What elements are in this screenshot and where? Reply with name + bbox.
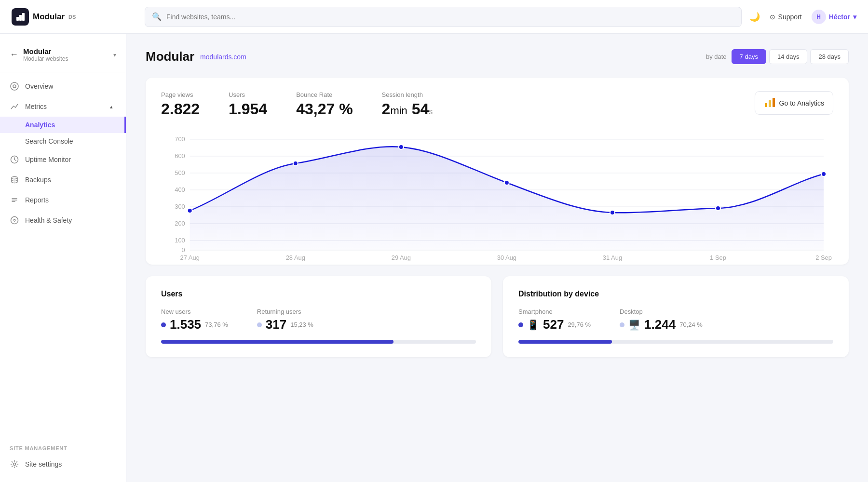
sidebar-item-label: Search Console bbox=[25, 137, 73, 145]
logo-icon bbox=[12, 8, 29, 26]
device-progress-fill bbox=[518, 340, 612, 344]
stat-users: Users 1.954 bbox=[229, 91, 267, 118]
search-input[interactable] bbox=[166, 13, 734, 21]
stat-label: Bounce Rate bbox=[296, 91, 353, 98]
svg-text:600: 600 bbox=[175, 152, 185, 160]
stat-session-length: Session length 2min 54s bbox=[382, 91, 433, 118]
sidebar-item-overview[interactable]: Overview bbox=[0, 76, 126, 96]
sidebar-item-search-console[interactable]: Search Console bbox=[0, 133, 126, 149]
desktop-pct: 70,24 % bbox=[679, 321, 703, 328]
stat-bounce-rate: Bounce Rate 43,27 % bbox=[296, 91, 353, 118]
svg-point-4 bbox=[13, 85, 16, 88]
svg-text:27 Aug: 27 Aug bbox=[180, 254, 200, 261]
page-title: Modular bbox=[146, 49, 194, 64]
settings-icon bbox=[10, 459, 19, 469]
smartphone-dot bbox=[518, 322, 523, 327]
sidebar-item-uptime-monitor[interactable]: Uptime Monitor bbox=[0, 149, 126, 170]
new-users-label: New users bbox=[161, 308, 228, 315]
svg-rect-1 bbox=[19, 15, 22, 21]
svg-rect-14 bbox=[769, 100, 771, 107]
sidebar-item-label: Reports bbox=[25, 196, 49, 204]
desktop-value: 🖥️ 1.244 70,24 % bbox=[620, 317, 703, 332]
returning-users-dot bbox=[257, 322, 262, 327]
svg-rect-0 bbox=[16, 17, 19, 21]
svg-text:400: 400 bbox=[175, 186, 185, 193]
back-arrow-icon: ← bbox=[10, 50, 18, 60]
desktop-label: Desktop bbox=[620, 308, 703, 315]
svg-text:700: 700 bbox=[175, 135, 185, 143]
svg-point-33 bbox=[293, 161, 298, 166]
page-url[interactable]: modulards.com bbox=[200, 53, 246, 61]
sidebar-item-backups[interactable]: Backups bbox=[0, 170, 126, 190]
svg-rect-13 bbox=[765, 103, 767, 107]
sidebar-item-label: Backups bbox=[25, 176, 51, 184]
stat-page-views: Page views 2.822 bbox=[161, 91, 200, 118]
chevron-down-icon: ▾ bbox=[853, 13, 856, 21]
stat-label: Users bbox=[229, 91, 267, 98]
returning-users-stat: Returning users 317 15,23 % bbox=[257, 308, 313, 332]
svg-text:200: 200 bbox=[175, 220, 185, 227]
returning-users-value: 317 15,23 % bbox=[257, 317, 313, 332]
chart-area: 700 600 500 400 300 200 100 0 bbox=[161, 130, 833, 265]
site-management-section: SITE MANAGEMENT bbox=[0, 436, 126, 454]
svg-point-32 bbox=[188, 208, 192, 213]
support-button[interactable]: ⊙ Support bbox=[770, 13, 802, 21]
svg-point-3 bbox=[11, 82, 18, 90]
svg-text:31 Aug: 31 Aug bbox=[603, 254, 622, 261]
chevron-up-icon: ▴ bbox=[107, 102, 116, 111]
stat-value: 1.954 bbox=[229, 100, 267, 118]
desktop-icon: 🖥️ bbox=[628, 319, 640, 331]
user-menu[interactable]: H Héctor ▾ bbox=[812, 10, 856, 24]
dark-mode-icon[interactable]: 🌙 bbox=[749, 12, 760, 22]
svg-text:28 Aug: 28 Aug bbox=[286, 254, 305, 261]
smartphone-pct: 29,76 % bbox=[568, 321, 591, 328]
svg-point-11 bbox=[14, 221, 15, 222]
layout: ← Modular Modular websites ▾ Overview Me… bbox=[0, 34, 868, 482]
project-info: Modular Modular websites bbox=[23, 47, 108, 62]
date-btn-7days[interactable]: 7 days bbox=[732, 49, 766, 64]
sidebar-item-analytics[interactable]: Analytics bbox=[0, 117, 126, 133]
date-btn-28days[interactable]: 28 days bbox=[810, 49, 849, 64]
desktop-dot bbox=[620, 322, 624, 327]
user-name: Héctor bbox=[829, 13, 850, 21]
svg-text:100: 100 bbox=[175, 237, 185, 244]
users-card-title: Users bbox=[161, 290, 476, 298]
support-icon: ⊙ bbox=[770, 13, 775, 21]
analytics-chart: 700 600 500 400 300 200 100 0 bbox=[161, 130, 833, 265]
sidebar-item-reports[interactable]: Reports bbox=[0, 190, 126, 210]
uptime-icon bbox=[10, 155, 19, 164]
desktop-stat: Desktop 🖥️ 1.244 70,24 % bbox=[620, 308, 703, 332]
sidebar-item-metrics[interactable]: Metrics ▴ bbox=[0, 96, 126, 117]
smartphone-value: 📱 527 29,76 % bbox=[518, 317, 591, 332]
returning-users-pct: 15,23 % bbox=[290, 321, 313, 328]
go-to-analytics-button[interactable]: Go to Analytics bbox=[755, 91, 833, 115]
topnav-right: 🌙 ⊙ Support H Héctor ▾ bbox=[749, 10, 856, 24]
date-filter: by date 7 days 14 days 28 days bbox=[706, 49, 849, 64]
stat-label: Session length bbox=[382, 91, 433, 98]
stat-value: 2.822 bbox=[161, 100, 200, 118]
chevron-down-icon: ▾ bbox=[113, 52, 116, 58]
logo[interactable]: ModularDS bbox=[12, 8, 137, 26]
date-filter-label: by date bbox=[706, 53, 727, 60]
date-btn-14days[interactable]: 14 days bbox=[769, 49, 808, 64]
sidebar-item-site-settings[interactable]: Site settings bbox=[0, 454, 126, 474]
sidebar-item-health-safety[interactable]: Health & Safety bbox=[0, 210, 126, 230]
sidebar-item-label: Overview bbox=[25, 82, 53, 90]
health-icon bbox=[10, 215, 19, 225]
svg-text:29 Aug: 29 Aug bbox=[392, 254, 411, 261]
topnav: ModularDS 🔍 🌙 ⊙ Support H Héctor ▾ bbox=[0, 0, 868, 34]
svg-point-36 bbox=[610, 210, 615, 215]
svg-point-35 bbox=[504, 180, 509, 185]
sidebar: ← Modular Modular websites ▾ Overview Me… bbox=[0, 34, 126, 482]
overview-icon bbox=[10, 81, 19, 91]
search-icon: 🔍 bbox=[152, 12, 162, 21]
stats-row: Page views 2.822 Users 1.954 Bounce Rate… bbox=[161, 91, 833, 118]
search-bar[interactable]: 🔍 bbox=[145, 7, 742, 27]
stat-value: 2min 54s bbox=[382, 100, 433, 118]
svg-rect-2 bbox=[22, 13, 25, 21]
svg-point-34 bbox=[399, 145, 404, 149]
svg-text:300: 300 bbox=[175, 203, 185, 210]
project-selector[interactable]: ← Modular Modular websites ▾ bbox=[0, 41, 126, 72]
metrics-icon bbox=[10, 102, 19, 111]
smartphone-icon: 📱 bbox=[527, 319, 539, 331]
